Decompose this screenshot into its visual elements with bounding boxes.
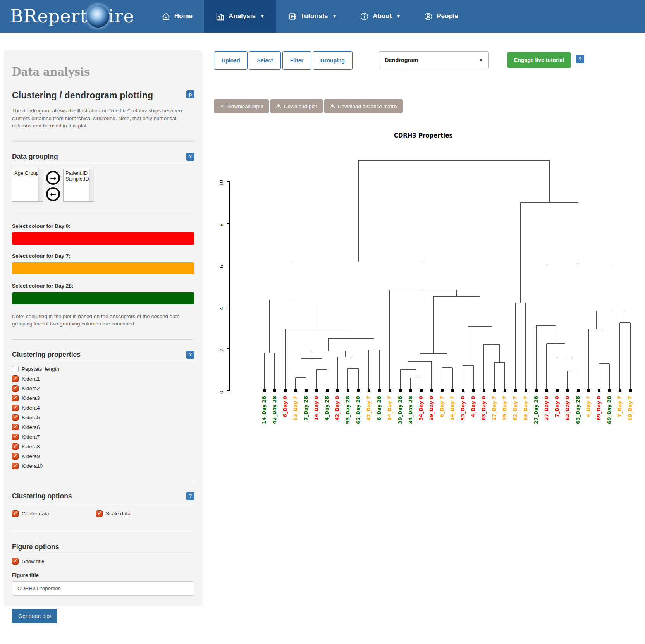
clustering-properties-title: Clustering properties <box>12 351 81 359</box>
caret-down-icon: ▼ <box>332 14 337 19</box>
colour-picker-label: Select colour for Day 7: <box>12 253 194 259</box>
checkbox-label: Kidera5 <box>22 415 40 420</box>
clustering-properties-help-icon[interactable]: ? <box>186 351 194 359</box>
download-plot-button[interactable]: Download plot <box>270 99 323 113</box>
svg-text:0: 0 <box>218 391 224 394</box>
checkbox-kidera8[interactable] <box>12 443 19 450</box>
checkbox-row: Scale data <box>96 510 180 517</box>
nav-item-about[interactable]: About▼ <box>348 0 412 33</box>
checkbox-row: Show title <box>12 558 194 565</box>
day-colour-section: Select colour for Day 0:Select colour fo… <box>12 214 194 304</box>
checkbox-row: Kidera5 <box>12 414 194 421</box>
chevron-down-icon: ▼ <box>479 58 483 62</box>
clustering-options-help-icon[interactable]: ? <box>186 492 194 500</box>
checkbox-kidera9[interactable] <box>12 453 19 460</box>
leaf-label: 7_Day 28 <box>303 396 309 420</box>
publication-badge[interactable]: p <box>186 90 194 98</box>
checkbox-show-title[interactable] <box>12 558 19 565</box>
checkbox-center-data[interactable] <box>12 510 19 517</box>
grouping-option[interactable]: Sample.ID <box>65 176 92 182</box>
leaf-label: 27_Day 28 <box>533 396 539 424</box>
nav-item-tutorials[interactable]: Tutorials▼ <box>276 0 348 33</box>
nav-item-people[interactable]: People <box>412 0 470 33</box>
checkbox-kidera10[interactable] <box>12 463 19 469</box>
download-icon <box>276 103 281 109</box>
checkbox-kidera6[interactable] <box>12 424 19 430</box>
checkbox-kidera1[interactable] <box>12 375 19 382</box>
grouping-option[interactable]: Age.Group <box>14 170 41 176</box>
move-right-button[interactable]: → <box>46 171 60 185</box>
checkbox-kidera2[interactable] <box>12 385 19 392</box>
checkbox-kidera7[interactable] <box>12 434 19 440</box>
nav-item-analysis[interactable]: Analysis▼ <box>204 0 276 33</box>
figure-title-label: Figure title <box>12 572 194 578</box>
leaf-label: 14_Day 7 <box>449 396 456 420</box>
engage-tutorial-button[interactable]: Engage live tutorial <box>507 52 571 68</box>
filter-button[interactable]: Filter <box>282 51 311 70</box>
download-distance-matrix-button[interactable]: Download distance matrix <box>324 99 403 113</box>
data-grouping-help-icon[interactable]: ? <box>186 153 194 161</box>
leaf-label: 63_Day 0 <box>481 396 487 421</box>
brand-text-pre: BRepert <box>10 6 88 27</box>
nav-label: People <box>437 12 458 20</box>
brand-text-post: ire <box>108 6 134 27</box>
checkbox-label: Kidera2 <box>22 386 40 391</box>
checkbox-kidera3[interactable] <box>12 395 19 401</box>
leaf-label: 62_Day 28 <box>355 396 361 424</box>
svg-text:2: 2 <box>218 349 224 352</box>
colour-picker-bar[interactable] <box>12 232 194 245</box>
checkbox-label: Scale data <box>106 511 131 517</box>
leaf-label: 27_Day 7 <box>491 396 497 420</box>
colour-picker-bar[interactable] <box>12 262 194 274</box>
leaf-label: 34_Day 28 <box>408 396 414 424</box>
checkbox-kidera5[interactable] <box>12 414 19 421</box>
leaf-label: 42_Day 28 <box>272 396 278 424</box>
svg-text:8: 8 <box>218 223 224 226</box>
checkbox-label: Kidera3 <box>22 395 40 401</box>
plot-type-select[interactable]: Dendrogram ▼ <box>379 51 489 69</box>
select-button[interactable]: Select <box>249 51 280 70</box>
leaf-label: 14_Day 28 <box>261 396 267 424</box>
grouping-option[interactable]: Patient.ID <box>65 170 92 176</box>
download-label: Download input <box>227 103 263 109</box>
brand-logo[interactable]: BRepert ire <box>10 0 134 33</box>
clustering-options-section: Clustering options ? Center dataScale da… <box>12 481 194 517</box>
plot-title: CDRH3 Properties <box>213 132 633 139</box>
leaf-label: 69_Day 0 <box>596 396 602 421</box>
leaf-label: 53_Day 0 <box>460 396 466 421</box>
nav-label: Home <box>174 12 193 20</box>
caret-down-icon: ▼ <box>260 14 265 19</box>
download-input-button[interactable]: Download input <box>214 99 269 113</box>
caret-down-icon: ▼ <box>396 14 401 19</box>
colour-note: Note: colouring in the plot is based on … <box>12 313 194 328</box>
leaf-label: 6_Day 28 <box>376 396 382 420</box>
checkbox-kidera4[interactable] <box>12 405 19 411</box>
grouping-selected-listbox[interactable]: Patient.IDSample.ID <box>63 169 94 202</box>
checkbox-row: Center data <box>12 510 96 517</box>
info-icon <box>360 12 369 21</box>
generate-plot-button[interactable]: Generate plot <box>12 609 57 623</box>
nav-item-home[interactable]: Home <box>150 0 204 33</box>
checkbox-pepstats-length[interactable] <box>12 366 19 372</box>
leaf-label: 34_Day 0 <box>418 396 424 421</box>
colour-picker-bar[interactable] <box>12 292 194 304</box>
grouping-available-listbox[interactable]: Age.Group <box>12 169 43 202</box>
plot-type-value: Dendrogram <box>385 57 418 63</box>
leaf-label: 63_Day 7 <box>523 396 529 420</box>
leaf-label: 69_Day 7 <box>627 396 633 420</box>
download-icon <box>219 103 225 109</box>
leaf-label: 62_Day 7 <box>512 396 518 420</box>
upload-button[interactable]: Upload <box>214 51 248 70</box>
data-grouping-section: Data grouping ? Age.Group → ← Patient.ID… <box>12 141 194 202</box>
leaf-label: 53_Day 28 <box>345 396 351 424</box>
tutorial-help-icon[interactable]: ? <box>576 55 584 63</box>
nav-items: HomeAnalysis▼Tutorials▼About▼People <box>150 0 470 33</box>
grouping-button[interactable]: Grouping <box>313 51 353 70</box>
download-label: Download plot <box>284 103 317 109</box>
move-left-button[interactable]: ← <box>46 187 60 201</box>
checkbox-scale-data[interactable] <box>96 510 103 517</box>
nav-label: About <box>373 12 392 20</box>
leaf-label: 4_Day 28 <box>324 396 330 420</box>
navbar: BRepert ire HomeAnalysis▼Tutorials▼About… <box>0 0 645 33</box>
figure-title-input[interactable] <box>12 581 194 596</box>
